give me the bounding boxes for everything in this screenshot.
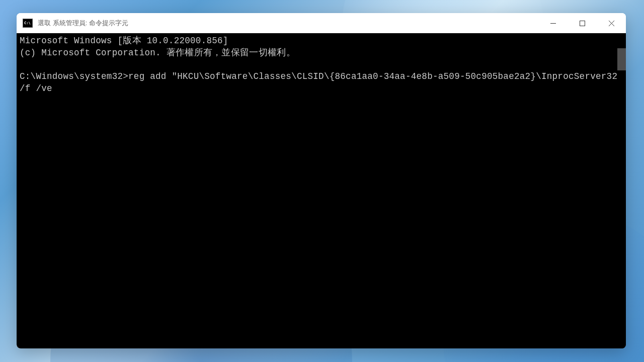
minimize-button[interactable] <box>538 13 568 33</box>
command-prompt-window: C:\ 選取 系統管理員: 命令提示字元 Microsoft Windows [… <box>17 13 626 348</box>
minimize-icon <box>550 21 556 26</box>
svg-rect-1 <box>580 21 585 26</box>
close-icon <box>609 21 614 26</box>
window-controls <box>538 13 626 33</box>
terminal-output[interactable]: Microsoft Windows [版本 10.0.22000.856] (c… <box>17 33 626 97</box>
close-button[interactable] <box>597 13 626 33</box>
terminal-prompt-line: C:\Windows\system32>reg add "HKCU\Softwa… <box>20 71 626 94</box>
window-title: 選取 系統管理員: 命令提示字元 <box>38 19 538 28</box>
cmd-icon-text: C:\ <box>24 21 31 25</box>
maximize-button[interactable] <box>568 13 597 33</box>
cmd-icon: C:\ <box>23 19 33 28</box>
terminal-line: Microsoft Windows [版本 10.0.22000.856] <box>20 36 228 46</box>
scrollbar-track[interactable] <box>617 33 626 348</box>
maximize-icon <box>580 21 585 26</box>
terminal-area[interactable]: Microsoft Windows [版本 10.0.22000.856] (c… <box>17 33 626 348</box>
titlebar[interactable]: C:\ 選取 系統管理員: 命令提示字元 <box>17 13 626 33</box>
scrollbar-thumb[interactable] <box>617 48 626 70</box>
terminal-line: (c) Microsoft Corporation. 著作權所有，並保留一切權利… <box>20 48 295 58</box>
